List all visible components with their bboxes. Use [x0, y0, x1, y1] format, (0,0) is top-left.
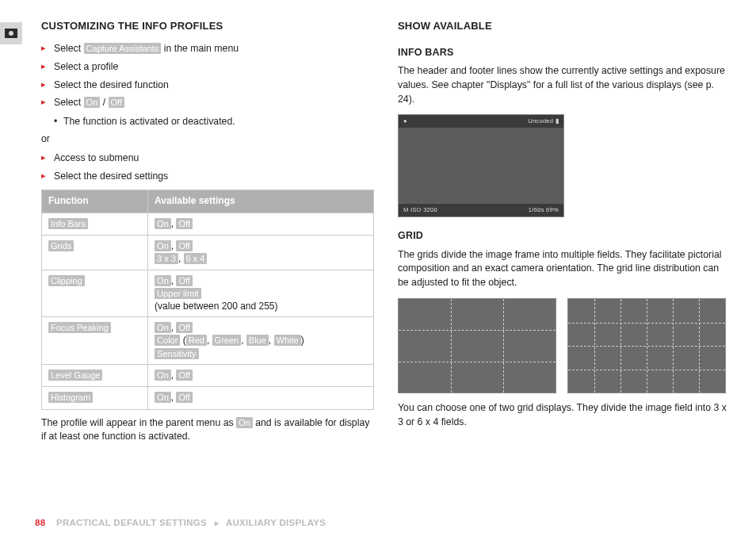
frame-bot-right: 1/60s 69%: [529, 206, 559, 215]
chip-on-inline: On: [236, 417, 253, 428]
sub-bullet-list: The function is activated or deactivated…: [54, 115, 374, 129]
settings-level-gauge: On, Off: [148, 364, 374, 386]
heading-customizing: CUSTOMIZING THE INFO PROFILES: [41, 19, 374, 34]
step-select-profile: Select a profile: [41, 60, 374, 75]
after-table-text: The profile will appear in the parent me…: [41, 416, 374, 445]
steps-list-1: Select Capture Assistants in the main me…: [41, 42, 374, 110]
camera-display-preview: ● Uncoded ▮ M ISO 3200 1/60s 69%: [398, 114, 564, 217]
th-function: Function: [42, 190, 148, 213]
chip-off: Off: [109, 97, 124, 108]
page-number: 88: [35, 518, 45, 527]
fn-clipping: Clipping: [48, 275, 85, 286]
or-text: or: [41, 132, 374, 147]
step-select-capture: Select Capture Assistants in the main me…: [41, 42, 374, 56]
th-available: Available settings: [148, 190, 374, 213]
settings-clipping: On, Off Upper limit (value between 200 a…: [148, 270, 374, 317]
fn-histogram: Histogram: [48, 392, 93, 403]
chip-capture-assistants: Capture Assistants: [84, 43, 162, 54]
page-columns: CUSTOMIZING THE INFO PROFILES Select Cap…: [41, 19, 735, 452]
grid-text: The grids divide the image frame into mu…: [398, 248, 731, 290]
grid-choice-text: You can choose one of two grid displays.…: [398, 401, 731, 430]
subheading-grid: GRID: [398, 228, 731, 243]
fn-level-gauge: Level Gauge: [48, 370, 102, 381]
right-column: SHOW AVAILABLE INFO BARS The header and …: [398, 19, 731, 452]
function-table: Function Available settings Info Bars On…: [41, 190, 374, 409]
fn-grids: Grids: [48, 240, 74, 251]
page-footer: 88 PRACTICAL DEFAULT SETTINGS ▸ AUXILIAR…: [35, 516, 326, 530]
breadcrumb-2: AUXILIARY DISPLAYS: [226, 518, 326, 527]
grid-6x4-preview: [567, 298, 726, 393]
section-tab-icon: [0, 22, 22, 44]
fn-focus-peaking: Focus Peaking: [48, 322, 111, 333]
settings-focus-peaking: On, Off Color (Red, Green, Blue, White) …: [148, 317, 374, 365]
frame-bot-left: M ISO 3200: [403, 206, 437, 215]
step-select-on-off: Select On / Off: [41, 96, 374, 110]
settings-grids: On, Off 3 x 3, 6 x 4: [148, 236, 374, 270]
settings-info-bars: On, Off: [148, 213, 374, 235]
subheading-info-bars: INFO BARS: [398, 45, 731, 59]
breadcrumb-1: PRACTICAL DEFAULT SETTINGS: [56, 518, 207, 527]
bullet-activated: The function is activated or deactivated…: [54, 115, 374, 129]
step-select-settings: Select the desired settings: [41, 170, 374, 184]
info-bars-text: The header and footer lines show the cur…: [398, 64, 731, 106]
grid-3x3-preview: [398, 298, 556, 393]
grid-preview-row: [398, 298, 731, 393]
left-column: CUSTOMIZING THE INFO PROFILES Select Cap…: [41, 19, 374, 452]
fn-info-bars: Info Bars: [48, 218, 88, 229]
step-access-submenu: Access to submenu: [41, 151, 374, 166]
breadcrumb-sep-icon: ▸: [215, 519, 219, 527]
frame-top-left: ●: [403, 117, 407, 126]
settings-histogram: On, Off: [148, 387, 374, 409]
step-select-function: Select the desired function: [41, 79, 374, 93]
steps-list-2: Access to submenu Select the desired set…: [41, 151, 374, 184]
frame-top-right: Uncoded ▮: [528, 117, 559, 126]
heading-show-available: SHOW AVAILABLE: [398, 19, 731, 34]
chip-on: On: [84, 97, 101, 108]
